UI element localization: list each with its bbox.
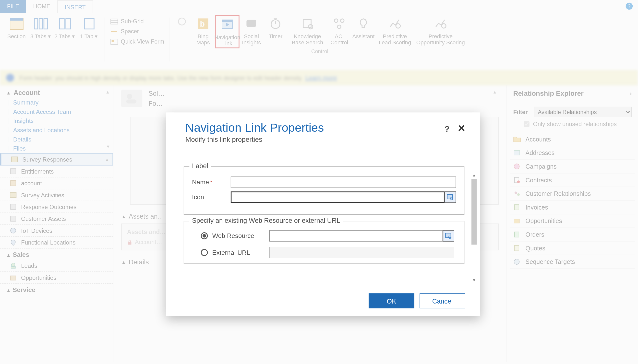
- icon-label: Icon: [192, 194, 225, 201]
- external-url-radio[interactable]: [201, 249, 208, 256]
- fieldset-url: Specify an existing Web Resource or exte…: [184, 221, 464, 264]
- external-url-input[interactable]: [269, 247, 454, 258]
- navlink-properties-dialog: Navigation Link Properties Modify this l…: [166, 112, 480, 316]
- web-resource-label: Web Resource: [212, 232, 265, 240]
- web-resource-radio[interactable]: [201, 232, 208, 240]
- icon-lookup-button[interactable]: [445, 192, 456, 203]
- web-resource-input[interactable]: [269, 230, 443, 242]
- fieldset-url-legend: Specify an existing Web Resource or exte…: [189, 216, 343, 224]
- cancel-button[interactable]: Cancel: [419, 293, 465, 308]
- dialog-scrollbar[interactable]: ▲ ▼: [470, 172, 478, 284]
- svg-rect-55: [447, 194, 453, 199]
- icon-input[interactable]: [231, 192, 445, 203]
- ok-button[interactable]: OK: [369, 293, 414, 308]
- fieldset-label: Label Name* Icon: [184, 166, 464, 215]
- dialog-help-icon[interactable]: ?: [445, 124, 450, 134]
- name-input[interactable]: [231, 176, 456, 188]
- web-resource-lookup-button[interactable]: [443, 230, 454, 242]
- name-label: Name*: [192, 179, 225, 186]
- dialog-subtitle: Modify this link properties: [185, 136, 467, 144]
- fieldset-label-legend: Label: [189, 162, 211, 170]
- external-url-label: External URL: [212, 249, 265, 256]
- svg-rect-57: [445, 233, 451, 238]
- dialog-title: Navigation Link Properties: [185, 121, 467, 135]
- dialog-close-icon[interactable]: ✕: [457, 123, 465, 134]
